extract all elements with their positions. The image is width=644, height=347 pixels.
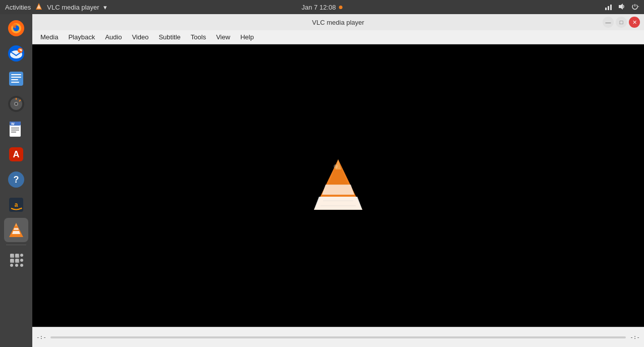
menu-item-tools[interactable]: Tools <box>187 32 210 42</box>
network-icon[interactable] <box>605 3 613 12</box>
svg-point-50 <box>15 254 18 257</box>
svg-marker-5 <box>619 4 623 10</box>
menu-item-view[interactable]: View <box>212 32 234 42</box>
svg-rect-4 <box>610 5 612 10</box>
dock-item-vlc[interactable] <box>4 218 28 242</box>
dock: W A ? a <box>0 14 32 347</box>
svg-text:A: A <box>13 149 20 159</box>
svg-text:W: W <box>11 122 15 126</box>
dock-item-writer[interactable]: W <box>4 117 28 141</box>
system-bar-right <box>605 3 639 12</box>
activities-button[interactable]: Activities <box>5 4 31 11</box>
svg-point-56 <box>15 264 18 267</box>
dock-item-rhythmbox[interactable] <box>4 92 28 116</box>
dock-separator <box>6 245 26 245</box>
dock-item-thunderbird[interactable] <box>4 41 28 66</box>
menu-item-media[interactable]: Media <box>36 32 62 42</box>
dock-item-appstore[interactable]: A <box>4 142 28 166</box>
time-right: -:- <box>630 334 640 340</box>
svg-point-53 <box>15 259 18 262</box>
window-title: VLC media player <box>312 19 364 26</box>
vlc-sys-icon <box>35 3 43 12</box>
system-app-menu-arrow[interactable]: ▾ <box>103 4 107 11</box>
svg-rect-2 <box>605 8 607 10</box>
svg-marker-39 <box>12 231 20 234</box>
svg-point-55 <box>10 264 13 267</box>
system-app-name[interactable]: VLC media player <box>47 4 99 11</box>
title-bar: VLC media player — □ ✕ <box>32 14 644 30</box>
menu-item-audio[interactable]: Audio <box>101 32 126 42</box>
svg-rect-29 <box>11 132 16 133</box>
progress-bar[interactable] <box>50 336 626 338</box>
svg-marker-6 <box>638 6 639 7</box>
dot-indicator <box>339 6 342 9</box>
menu-item-subtitle[interactable]: Subtitle <box>154 32 184 42</box>
minimize-button[interactable]: — <box>603 17 614 28</box>
menu-item-video[interactable]: Video <box>128 32 152 42</box>
maximize-button[interactable]: □ <box>616 17 627 28</box>
svg-marker-40 <box>14 228 19 230</box>
dock-item-help[interactable]: ? <box>4 167 28 192</box>
svg-marker-60 <box>314 197 362 210</box>
svg-rect-27 <box>11 128 19 129</box>
menu-item-help[interactable]: Help <box>236 32 258 42</box>
system-bar-center: Jan 7 12:08 <box>302 4 343 11</box>
vlc-window: W A ? a <box>0 14 644 347</box>
svg-marker-61 <box>322 185 354 195</box>
vlc-logo <box>308 155 368 216</box>
window-controls: — □ ✕ <box>603 17 640 28</box>
volume-icon[interactable] <box>618 3 626 12</box>
svg-point-49 <box>10 254 13 257</box>
bottom-controls: -:- -:- <box>32 327 644 347</box>
svg-text:a: a <box>15 201 18 208</box>
menu-item-playback[interactable]: Playback <box>64 32 99 42</box>
svg-point-52 <box>10 259 13 262</box>
system-bar-left: Activities VLC media player ▾ <box>5 3 107 12</box>
video-area[interactable] <box>32 44 644 327</box>
svg-rect-15 <box>11 77 21 78</box>
svg-rect-17 <box>11 82 19 83</box>
svg-rect-16 <box>11 79 18 80</box>
dock-item-commander[interactable] <box>4 67 28 91</box>
close-button[interactable]: ✕ <box>629 17 640 28</box>
svg-rect-14 <box>11 74 21 75</box>
dock-item-firefox[interactable] <box>4 16 28 40</box>
svg-point-21 <box>15 103 17 105</box>
svg-point-51 <box>20 254 23 257</box>
menu-bar: Media Playback Audio Video Subtitle Tool… <box>32 30 644 44</box>
system-bar: Activities VLC media player ▾ Jan 7 12:0… <box>0 0 644 14</box>
svg-rect-3 <box>608 6 609 10</box>
time-left: -:- <box>36 334 46 340</box>
svg-point-57 <box>20 264 23 267</box>
vlc-app: VLC media player — □ ✕ Media Playback Au… <box>32 14 644 347</box>
svg-rect-28 <box>11 130 19 131</box>
svg-point-54 <box>20 259 23 262</box>
svg-point-65 <box>334 164 338 168</box>
svg-text:?: ? <box>14 175 19 185</box>
system-datetime: Jan 7 12:08 <box>302 4 336 11</box>
svg-rect-13 <box>9 72 23 86</box>
power-icon[interactable] <box>631 3 639 12</box>
dock-item-amazon[interactable]: a <box>4 193 28 217</box>
dock-item-appgrid[interactable] <box>4 248 28 272</box>
